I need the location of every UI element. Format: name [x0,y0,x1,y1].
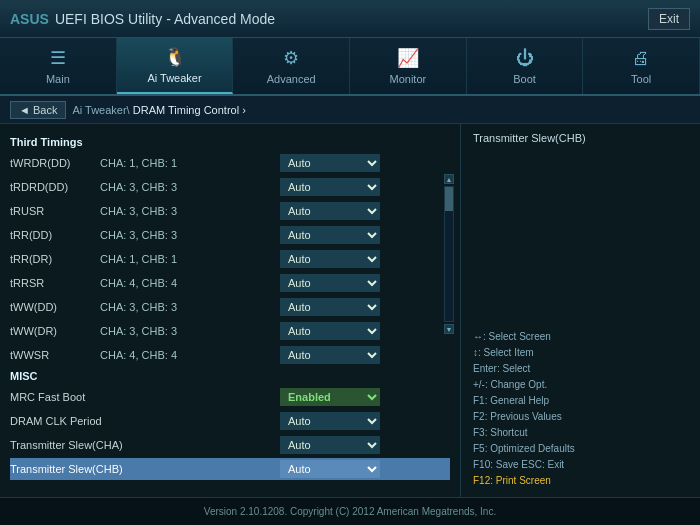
scrollbar-thumb[interactable] [445,187,453,211]
tool-icon: 🖨 [632,48,650,69]
right-panel: Transmitter Slew(CHB) ↔: Select Screen ↕… [460,124,700,497]
ai-tweaker-icon: 🐧 [164,46,186,68]
timing-dropdown-trr-dd[interactable]: Auto [280,226,380,244]
misc-section: MISC MRC Fast Boot Enabled Disabled DRAM… [10,370,450,480]
timing-row-tww-dd: tWW(DD) CHA: 3, CHB: 3 Auto [10,296,450,318]
asus-text: ASUS [10,11,49,27]
misc-label-transmitter-chb: Transmitter Slew(CHB) [10,463,280,475]
tab-ai-tweaker-label: Ai Tweaker [147,72,201,84]
tab-tool[interactable]: 🖨 Tool [583,38,700,94]
scrollbar-arrow-down[interactable]: ▼ [444,324,454,334]
help-key-f1: F1: General Help [473,393,688,409]
timing-value-twwsr: CHA: 4, CHB: 4 [100,349,280,361]
timing-dropdown-tww-dr[interactable]: Auto [280,322,380,340]
timing-row-trr-dr: tRR(DR) CHA: 1, CHB: 1 Auto [10,248,450,270]
timing-dropdown-trrsr[interactable]: Auto [280,274,380,292]
help-key-select-screen: ↔: Select Screen [473,329,688,345]
timing-dropdown-tww-dd[interactable]: Auto [280,298,380,316]
exit-button[interactable]: Exit [648,8,690,30]
timing-dropdown-trr-dr[interactable]: Auto [280,250,380,268]
misc-label-mrc-fast-boot: MRC Fast Boot [10,391,280,403]
tab-boot-label: Boot [513,73,536,85]
scrollbar-arrow-up[interactable]: ▲ [444,174,454,184]
timing-value-twrdr: CHA: 1, CHB: 1 [100,157,280,169]
main-content: Third Timings tWRDR(DD) CHA: 1, CHB: 1 A… [0,124,700,497]
tab-main-label: Main [46,73,70,85]
timing-value-trdrd: CHA: 3, CHB: 3 [100,181,280,193]
misc-dropdown-transmitter-cha[interactable]: Auto [280,436,380,454]
timing-dropdown-trusr[interactable]: Auto [280,202,380,220]
third-timings-header: Third Timings [10,136,450,148]
boot-icon: ⏻ [516,48,534,69]
misc-header: MISC [10,370,450,382]
timing-row-trrsr: tRRSR CHA: 4, CHB: 4 Auto [10,272,450,294]
back-button[interactable]: ◄ Back [10,101,66,119]
breadcrumb: Ai Tweaker\ DRAM Timing Control › [72,104,245,116]
tab-advanced[interactable]: ⚙ Advanced [233,38,350,94]
monitor-icon: 📈 [397,47,419,69]
breadcrumb-bar: ◄ Back Ai Tweaker\ DRAM Timing Control › [0,96,700,124]
misc-row-transmitter-chb[interactable]: Transmitter Slew(CHB) Auto [10,458,450,480]
breadcrumb-current: DRAM Timing Control › [133,104,246,116]
timing-row-twwsr: tWWSR CHA: 4, CHB: 4 Auto [10,344,450,366]
timing-row-trdrd: tRDRD(DD) CHA: 3, CHB: 3 Auto [10,176,450,198]
timing-value-trrsr: CHA: 4, CHB: 4 [100,277,280,289]
timing-label-tww-dr: tWW(DR) [10,325,100,337]
misc-row-transmitter-cha: Transmitter Slew(CHA) Auto [10,434,450,456]
scrollbar-track [444,186,454,322]
header: ASUS UEFI BIOS Utility - Advanced Mode E… [0,0,700,38]
timing-dropdown-twrdr[interactable]: Auto [280,154,380,172]
help-key-f12: F12: Print Screen [473,473,688,489]
app-title: UEFI BIOS Utility - Advanced Mode [55,11,275,27]
tab-boot[interactable]: ⏻ Boot [467,38,584,94]
advanced-icon: ⚙ [283,47,299,69]
left-panel: Third Timings tWRDR(DD) CHA: 1, CHB: 1 A… [0,124,460,497]
timing-label-tww-dd: tWW(DD) [10,301,100,313]
help-key-enter: Enter: Select [473,361,688,377]
brand-logo: ASUS [10,11,49,27]
timing-label-trusr: tRUSR [10,205,100,217]
misc-row-mrc-fast-boot: MRC Fast Boot Enabled Disabled [10,386,450,408]
timing-value-tww-dr: CHA: 3, CHB: 3 [100,325,280,337]
tab-tool-label: Tool [631,73,651,85]
breadcrumb-path: Ai Tweaker\ [72,104,129,116]
timing-dropdown-trdrd[interactable]: Auto [280,178,380,196]
footer-text: Version 2.10.1208. Copyright (C) 2012 Am… [204,506,496,517]
timing-label-trrsr: tRRSR [10,277,100,289]
help-key-f5: F5: Optimized Defaults [473,441,688,457]
timing-label-twwsr: tWWSR [10,349,100,361]
misc-label-transmitter-cha: Transmitter Slew(CHA) [10,439,280,451]
timing-row-twrdr: tWRDR(DD) CHA: 1, CHB: 1 Auto [10,152,450,174]
misc-dropdown-dram-clk[interactable]: Auto [280,412,380,430]
timing-value-trusr: CHA: 3, CHB: 3 [100,205,280,217]
misc-dropdown-transmitter-chb[interactable]: Auto [280,460,380,478]
timing-value-trr-dr: CHA: 1, CHB: 1 [100,253,280,265]
tab-monitor[interactable]: 📈 Monitor [350,38,467,94]
scrollbar-container: ▲ ▼ [444,174,456,334]
main-icon: ☰ [50,47,66,69]
timing-dropdown-twwsr[interactable]: Auto [280,346,380,364]
help-key-f2: F2: Previous Values [473,409,688,425]
help-key-f10: F10: Save ESC: Exit [473,457,688,473]
misc-dropdown-mrc-fast-boot[interactable]: Enabled Disabled [280,388,380,406]
help-key-change: +/-: Change Opt. [473,377,688,393]
timing-label-trr-dd: tRR(DD) [10,229,100,241]
timing-row-trusr: tRUSR CHA: 3, CHB: 3 Auto [10,200,450,222]
misc-label-dram-clk: DRAM CLK Period [10,415,280,427]
timing-value-trr-dd: CHA: 3, CHB: 3 [100,229,280,241]
help-key-select-item: ↕: Select Item [473,345,688,361]
tab-advanced-label: Advanced [267,73,316,85]
timing-label-trdrd: tRDRD(DD) [10,181,100,193]
timing-row-tww-dr: tWW(DR) CHA: 3, CHB: 3 Auto [10,320,450,342]
help-key-f3: F3: Shortcut [473,425,688,441]
tab-monitor-label: Monitor [390,73,427,85]
tab-ai-tweaker[interactable]: 🐧 Ai Tweaker [117,38,234,94]
help-keys-section: ↔: Select Screen ↕: Select Item Enter: S… [473,329,688,489]
timing-label-trr-dr: tRR(DR) [10,253,100,265]
misc-row-dram-clk: DRAM CLK Period Auto [10,410,450,432]
help-title: Transmitter Slew(CHB) [473,132,688,144]
nav-tabs: ☰ Main 🐧 Ai Tweaker ⚙ Advanced 📈 Monitor… [0,38,700,96]
timing-row-trr-dd: tRR(DD) CHA: 3, CHB: 3 Auto [10,224,450,246]
timing-label-twrdr: tWRDR(DD) [10,157,100,169]
tab-main[interactable]: ☰ Main [0,38,117,94]
